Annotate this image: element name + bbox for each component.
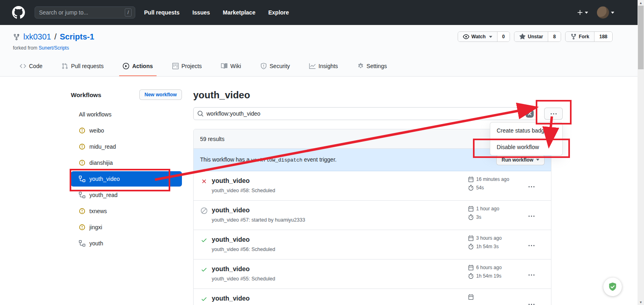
star-count[interactable]: 8	[548, 32, 561, 41]
warning-icon	[79, 160, 85, 166]
scrollbar-down-arrow[interactable]: ▼	[638, 299, 644, 305]
run-title-link[interactable]: youth_video	[212, 176, 275, 185]
project-icon	[172, 63, 179, 69]
sidebar-item-youth[interactable]: youth	[71, 235, 182, 251]
book-icon	[221, 63, 227, 69]
scrollbar[interactable]: ▲ ▼	[638, 0, 644, 305]
tab-wiki[interactable]: Wiki	[217, 57, 244, 76]
watch-button[interactable]: Watch	[458, 32, 497, 41]
tab-projects[interactable]: Projects	[169, 57, 206, 76]
run-options-button[interactable]	[528, 201, 551, 230]
new-workflow-button[interactable]: New workflow	[139, 89, 182, 100]
fork-source-link[interactable]: Sunert/Scripts	[39, 45, 69, 51]
repo-name-link[interactable]: Scripts-1	[60, 32, 95, 41]
workflow-icon	[79, 176, 85, 182]
warning-icon	[79, 127, 85, 134]
chevron-down-icon	[489, 36, 492, 38]
unstar-label: Unstar	[528, 34, 543, 39]
unstar-button[interactable]: Unstar	[514, 32, 548, 41]
sidebar-item-label: youth_video	[89, 176, 120, 182]
run-options-button[interactable]	[528, 230, 551, 259]
banner-text: This workflow has a workflow_dispatch ev…	[200, 156, 336, 163]
nav-explore[interactable]: Explore	[268, 9, 289, 16]
tab-label: Code	[29, 63, 42, 69]
scrollbar-up-arrow[interactable]: ▲	[638, 0, 644, 6]
banner-text-before: This workflow has a	[200, 156, 251, 163]
run-title-link[interactable]: youth_video	[212, 265, 275, 274]
nav-marketplace[interactable]: Marketplace	[223, 9, 256, 16]
run-options-button[interactable]	[528, 171, 551, 200]
sidebar-item-midu-read[interactable]: midu_read	[71, 139, 182, 155]
forked-from-text: forked from	[13, 45, 39, 51]
fork-count[interactable]: 188	[594, 32, 612, 41]
github-logo-icon[interactable]	[12, 6, 25, 19]
shield-icon	[260, 63, 267, 69]
warning-icon	[79, 208, 85, 214]
kebab-icon	[528, 186, 530, 187]
star-group: Unstar 8	[514, 31, 561, 42]
run-duration: 54s	[476, 185, 484, 191]
run-row: youth_video youth_video #58: Scheduled 1…	[194, 171, 551, 201]
avatar	[597, 6, 609, 19]
tab-label: Settings	[367, 63, 387, 69]
run-row: youth_video youth_video #57: started by …	[194, 201, 551, 230]
run-options-button[interactable]	[528, 259, 551, 288]
sidebar-item-all-workflows[interactable]: All workflows	[71, 106, 182, 122]
run-title-link[interactable]: youth_video	[212, 235, 275, 244]
check-success-icon	[201, 237, 207, 243]
run-filter-input[interactable]	[193, 107, 537, 120]
create-new-menu[interactable]	[577, 9, 588, 16]
tab-code[interactable]: Code	[16, 57, 46, 76]
user-menu[interactable]	[597, 6, 614, 19]
scrollbar-thumb[interactable]	[638, 6, 644, 69]
tab-actions[interactable]: Actions	[119, 57, 156, 76]
nav-pull-requests[interactable]: Pull requests	[144, 9, 180, 16]
fork-button[interactable]: Fork	[566, 32, 594, 41]
check-success-icon	[201, 296, 207, 302]
tab-security[interactable]: Security	[257, 57, 294, 76]
global-search: /	[35, 6, 135, 19]
watch-count[interactable]: 0	[497, 32, 510, 41]
sidebar-item-label: jingxi	[89, 224, 102, 230]
run-duration: 1h 54m 3s	[476, 244, 499, 249]
sidebar-item-dianshijia[interactable]: dianshijia	[71, 155, 182, 171]
adblock-shield-badge[interactable]	[603, 278, 622, 296]
tab-insights[interactable]: Insights	[305, 57, 341, 76]
kebab-icon	[528, 304, 530, 305]
page-title: youth_video	[193, 89, 250, 101]
run-search-row	[193, 107, 537, 120]
workflow-options-button[interactable]	[544, 108, 563, 120]
run-duration: 1h 54m 19s	[476, 273, 502, 279]
repo-action-buttons: Watch 0 Unstar 8 Fork 188	[458, 31, 613, 42]
global-search-input[interactable]	[35, 9, 125, 16]
run-options-button[interactable]	[528, 289, 551, 305]
clear-search-button[interactable]	[526, 110, 534, 118]
run-workflow-button[interactable]: Run workflow	[496, 155, 545, 165]
calendar-icon	[468, 294, 474, 300]
run-title-link[interactable]: youth_video	[212, 294, 250, 303]
sidebar-item-weibo[interactable]: weibo	[71, 122, 182, 139]
stopwatch-icon	[468, 273, 474, 279]
stopwatch-icon	[468, 214, 474, 220]
run-title-link[interactable]: youth_video	[212, 206, 305, 215]
calendar-icon	[468, 265, 474, 270]
menu-item-disable-workflow[interactable]: Disable workflow	[490, 139, 562, 155]
circle-slash-cancelled-icon	[201, 207, 207, 214]
sidebar-item-youth-read[interactable]: youth_read	[71, 187, 182, 203]
repo-owner-link[interactable]: lxk0301	[23, 32, 51, 41]
sidebar-item-label: All workflows	[79, 111, 111, 118]
tab-pull-requests[interactable]: Pull requests	[58, 57, 107, 76]
menu-item-create-status-badge[interactable]: Create status badge	[490, 122, 562, 139]
run-workflow-label: Run workflow	[502, 157, 533, 163]
tab-settings[interactable]: Settings	[354, 57, 391, 76]
nav-issues[interactable]: Issues	[192, 9, 210, 16]
sidebar-item-jingxi[interactable]: jingxi	[71, 219, 182, 235]
repo-forked-icon	[13, 33, 20, 41]
sidebar-item-txnews[interactable]: txnews	[71, 203, 182, 219]
repo-tabs: Code Pull requests Actions Projects Wiki…	[16, 57, 402, 76]
sidebar-item-youth-video[interactable]: youth_video	[71, 171, 182, 187]
star-icon	[519, 33, 526, 40]
close-icon	[528, 112, 532, 116]
graph-icon	[309, 63, 316, 69]
search-icon	[197, 110, 204, 117]
